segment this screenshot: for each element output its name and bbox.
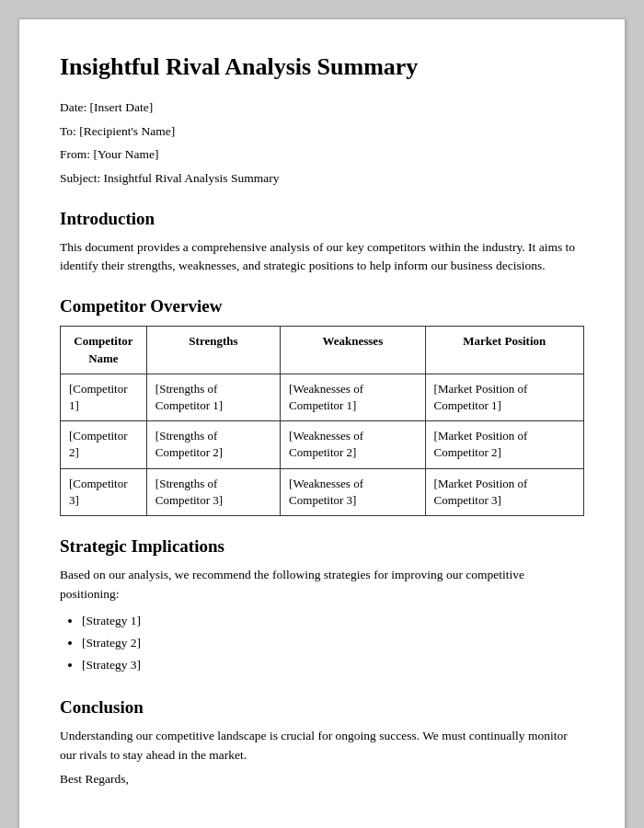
competitor-overview-heading: Competitor Overview	[60, 296, 584, 316]
table-row: [Competitor 3][Strengths of Competitor 3…	[61, 468, 584, 515]
market-position-cell: [Market Position of Competitor 1]	[425, 374, 583, 420]
market-position-cell: [Market Position of Competitor 2]	[425, 421, 583, 468]
table-row: [Competitor 2][Strengths of Competitor 2…	[61, 421, 584, 468]
weaknesses-cell: [Weaknesses of Competitor 1]	[281, 374, 425, 420]
competitor-name-cell: [Competitor 1]	[61, 374, 147, 420]
strategy-item: [Strategy 3]	[82, 654, 584, 676]
strategic-implications-heading: Strategic Implications	[60, 536, 584, 557]
strategic-implications-body: Based on our analysis, we recommend the …	[60, 566, 584, 604]
meta-date: Date: [Insert Date]	[60, 98, 584, 118]
col-header-weaknesses: Weaknesses	[281, 327, 425, 374]
strengths-cell: [Strengths of Competitor 3]	[146, 468, 280, 515]
conclusion-body: Understanding our competitive landscape …	[60, 727, 584, 765]
competitor-name-cell: [Competitor 3]	[61, 468, 147, 515]
strengths-cell: [Strengths of Competitor 2]	[146, 421, 280, 468]
meta-subject: Subject: Insightful Rival Analysis Summa…	[60, 168, 584, 189]
strategy-item: [Strategy 1]	[82, 610, 584, 632]
weaknesses-cell: [Weaknesses of Competitor 3]	[281, 468, 425, 515]
table-row: [Competitor 1][Strengths of Competitor 1…	[61, 374, 584, 420]
introduction-body: This document provides a comprehensive a…	[60, 238, 584, 277]
introduction-heading: Introduction	[60, 209, 584, 229]
conclusion-closing: Best Regards,	[60, 770, 584, 789]
col-header-strengths: Strengths	[146, 327, 280, 374]
col-header-name: CompetitorName	[61, 327, 147, 374]
strategies-list: [Strategy 1][Strategy 2][Strategy 3]	[82, 610, 584, 677]
market-position-cell: [Market Position of Competitor 3]	[425, 468, 583, 515]
conclusion-heading: Conclusion	[60, 697, 584, 718]
strengths-cell: [Strengths of Competitor 1]	[146, 374, 280, 420]
meta-to: To: [Recipient's Name]	[60, 121, 584, 142]
strategy-item: [Strategy 2]	[82, 632, 584, 654]
meta-from: From: [Your Name]	[60, 144, 584, 165]
document-page: Insightful Rival Analysis Summary Date: …	[18, 18, 626, 828]
competitor-name-cell: [Competitor 2]	[61, 421, 147, 468]
col-header-market: Market Position	[425, 327, 583, 374]
document-title: Insightful Rival Analysis Summary	[60, 52, 584, 81]
weaknesses-cell: [Weaknesses of Competitor 2]	[281, 421, 425, 468]
competitor-table: CompetitorName Strengths Weaknesses Mark…	[60, 326, 584, 516]
